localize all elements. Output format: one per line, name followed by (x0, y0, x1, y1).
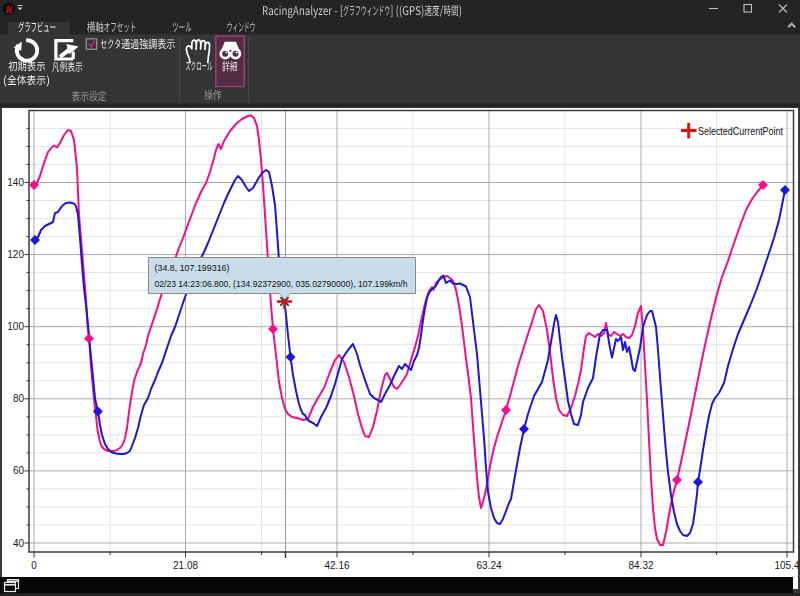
svg-text:42.16: 42.16 (324, 560, 349, 571)
svg-text:100: 100 (7, 321, 24, 332)
svg-text:63.24: 63.24 (476, 560, 501, 571)
svg-text:140: 140 (7, 177, 24, 188)
svg-text:80: 80 (13, 393, 25, 404)
svg-text:R: R (4, 3, 12, 15)
svg-text:84.32: 84.32 (628, 560, 653, 571)
svg-text:60: 60 (13, 465, 25, 476)
svg-text:40: 40 (13, 538, 25, 549)
svg-text:120: 120 (7, 249, 24, 260)
svg-text:0: 0 (31, 560, 37, 571)
svg-text:02/23 14:23:06.800, (134.92372: 02/23 14:23:06.800, (134.92372900, 035.0… (155, 278, 408, 289)
svg-text:105.4: 105.4 (774, 560, 799, 571)
svg-text:(34.8, 107.199316): (34.8, 107.199316) (155, 262, 230, 273)
svg-text:SelectedCurrentPoint: SelectedCurrentPoint (698, 125, 783, 137)
svg-text:21.08: 21.08 (173, 560, 198, 571)
